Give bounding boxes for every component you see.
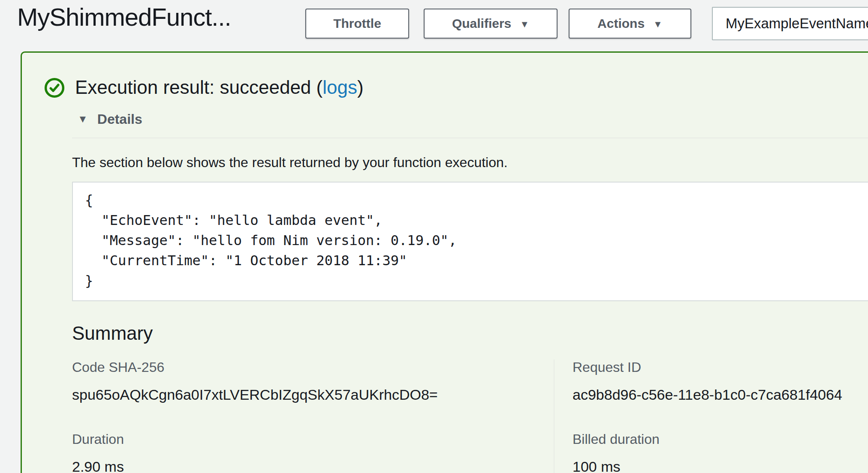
actions-button[interactable]: Actions ▼: [569, 9, 691, 39]
code-line: "Message": "hello fom Nim version: 0.19.…: [85, 231, 868, 251]
execution-result-header: Execution result: succeeded (logs): [44, 77, 868, 99]
summary-field-label: Duration: [72, 431, 554, 447]
summary-field-duration: Duration 2.90 ms: [72, 431, 554, 473]
summary-field-label: Request ID: [573, 359, 868, 375]
code-line: "CurrentTime": "1 October 2018 11:39": [85, 251, 868, 271]
summary-grid: Code SHA-256 spu65oAQkCgn6a0I7xtLVERCbIZ…: [72, 359, 868, 473]
summary-field-value: 2.90 ms: [72, 458, 554, 473]
chevron-down-icon: ▼: [653, 20, 663, 29]
execution-result-json: { "EchoEvent": "hello lambda event", "Me…: [72, 182, 868, 301]
test-event-select-value: MyExampleEventName: [726, 15, 868, 32]
throttle-button[interactable]: Throttle: [305, 9, 409, 39]
summary-field-code-sha256: Code SHA-256 spu65oAQkCgn6a0I7xtLVERCbIZ…: [72, 359, 554, 431]
actions-button-label: Actions: [597, 16, 645, 31]
execution-result-panel: Execution result: succeeded (logs) ▼ Det…: [21, 51, 868, 473]
heading-text: Execution result: succeeded (: [75, 77, 322, 98]
check-circle-icon: [44, 78, 65, 98]
test-event-select[interactable]: MyExampleEventName: [712, 7, 868, 40]
triangle-down-icon: ▼: [78, 114, 88, 124]
details-toggle-label: Details: [97, 111, 142, 127]
summary-field-value: ac9b8d96-c56e-11e8-b1c0-c7ca681f4064: [573, 386, 868, 403]
summary-field-request-id: Request ID ac9b8d96-c56e-11e8-b1c0-c7ca6…: [554, 359, 868, 431]
heading-text-suffix: ): [357, 77, 364, 98]
result-description: The section below shows the result retur…: [72, 155, 868, 171]
summary-field-value: spu65oAQkCgn6a0I7xtLVERCbIZgqSkX57aUKrhc…: [72, 386, 554, 403]
throttle-button-label: Throttle: [333, 16, 381, 31]
logs-link[interactable]: logs: [322, 77, 357, 98]
chevron-down-icon: ▼: [520, 20, 529, 29]
qualifiers-button-label: Qualifiers: [452, 16, 511, 31]
summary-heading: Summary: [72, 323, 868, 344]
summary-field-label: Billed duration: [573, 431, 868, 447]
execution-result-heading: Execution result: succeeded (logs): [75, 77, 364, 99]
details-divider: [72, 138, 868, 138]
page-title: MyShimmedFunct...: [17, 3, 231, 31]
summary-field-label: Code SHA-256: [72, 359, 554, 375]
code-line: }: [85, 271, 868, 291]
qualifiers-button[interactable]: Qualifiers ▼: [424, 9, 558, 39]
summary-field-billed-duration: Billed duration 100 ms: [554, 431, 868, 473]
summary-field-value: 100 ms: [573, 458, 868, 473]
details-toggle[interactable]: ▼ Details: [78, 111, 868, 127]
code-line: {: [85, 190, 868, 210]
code-line: "EchoEvent": "hello lambda event",: [85, 210, 868, 231]
